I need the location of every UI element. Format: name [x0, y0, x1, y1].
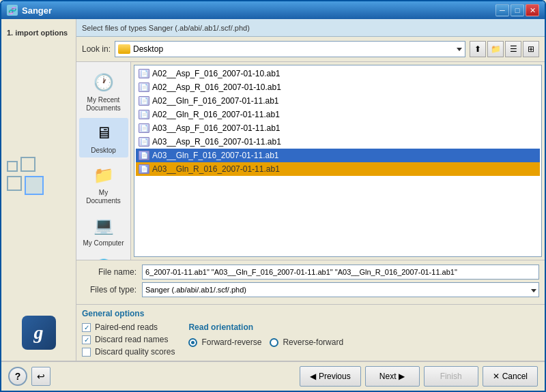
look-in-label: Look in: [82, 44, 111, 54]
nav-item-network[interactable]: 🌐 My Network Places [79, 253, 128, 260]
next-button[interactable]: Next ▶ [365, 366, 420, 387]
file-icon: 📄 [139, 82, 149, 92]
radio-group: Forward-reverse Reverse-forward [188, 337, 343, 347]
list-view-button[interactable]: ☰ [505, 41, 521, 57]
filetype-select-wrapper: Sanger (.ab/abi/.ab1/.scf/.phd) [142, 282, 539, 297]
my-documents-icon: 📁 [91, 163, 116, 187]
desktop-icon: 🖥 [91, 121, 116, 145]
discard-names-checkbox[interactable] [82, 335, 91, 344]
file-name: A03__Gln_R_016_2007-01-11.ab1 [152, 164, 280, 174]
reverse-forward-label: Reverse-forward [283, 337, 343, 347]
paired-end-label: Paired-end reads [95, 322, 158, 332]
filetype-row: Files of type: Sanger (.ab/abi/.ab1/.scf… [82, 282, 539, 297]
nav-desktop-label: Desktop [91, 147, 116, 155]
discard-quality-label: Discard quality scores [95, 347, 175, 357]
file-item[interactable]: 📄 A02__Asp_R_016_2007-01-10.ab1 [136, 80, 540, 94]
previous-button[interactable]: ◀ Previous [300, 366, 361, 387]
look-in-combo[interactable]: Desktop [115, 41, 465, 57]
filetype-label: Files of type: [82, 285, 136, 295]
file-name: A02__Gln_R_016_2007-01-11.ab1 [152, 110, 280, 119]
nav-item-desktop[interactable]: 🖥 Desktop [79, 118, 128, 157]
file-icon: 📄 [139, 151, 149, 160]
paired-end-checkbox-row[interactable]: Paired-end reads [82, 322, 175, 332]
look-in-value: Desktop [133, 44, 454, 54]
file-item[interactable]: 📄 A02__Gln_F_016_2007-01-11.ab1 [136, 94, 540, 108]
file-name: A03__Asp_R_016_2007-01-11.ab1 [152, 137, 281, 147]
options-left: Paired-end reads Discard read names Disc… [82, 322, 175, 357]
file-icon: 📄 [139, 137, 149, 147]
file-browser-area: 🕐 My Recent Documents 🖥 Desktop 📁 My Doc… [76, 62, 545, 260]
file-name: A02__Asp_R_016_2007-01-10.ab1 [152, 82, 281, 92]
look-in-dropdown-arrow [457, 48, 462, 51]
left-nav: 🕐 My Recent Documents 🖥 Desktop 📁 My Doc… [76, 62, 131, 260]
bottom-fields: File name: Files of type: Sanger (.ab/ab… [76, 260, 545, 304]
bottom-bar: ? ↩ ◀ Previous Next ▶ Finish ✕ Cancel [1, 361, 545, 391]
nav-recent-label: My Recent Documents [82, 96, 126, 112]
forward-reverse-radio-row[interactable]: Forward-reverse [188, 337, 261, 347]
nav-item-documents[interactable]: 📁 My Documents [79, 160, 128, 208]
file-icon: 📄 [139, 69, 149, 78]
file-name: A02__Gln_F_016_2007-01-11.ab1 [152, 96, 278, 106]
file-dialog-title: Select files of types Sanger (.ab/abi/.a… [82, 24, 250, 32]
main-window: 🧬 Sanger ─ □ ✕ 1. import options [0, 0, 546, 392]
window-close-button[interactable]: ✕ [526, 4, 539, 16]
finish-button[interactable]: Finish [424, 366, 478, 387]
file-dialog-header: Select files of types Sanger (.ab/abi/.a… [76, 19, 545, 37]
file-icon: 📄 [139, 110, 149, 119]
new-folder-button[interactable]: 📁 [487, 41, 504, 57]
file-list: 📄 A02__Asp_F_016_2007-01-10.ab1 📄 A02__A… [134, 65, 542, 257]
file-item[interactable]: 📄 A03__Gln_F_016_2007-01-11.ab1 [136, 149, 540, 162]
filename-input[interactable] [142, 265, 539, 280]
options-right: Read orientation Forward-reverse Reverse… [188, 322, 343, 357]
file-item[interactable]: 📄 A02__Gln_R_016_2007-01-11.ab1 [136, 108, 540, 121]
file-icon: 📄 [139, 164, 149, 174]
step-label: 1. import options [1, 25, 76, 41]
reverse-forward-radio-row[interactable]: Reverse-forward [270, 337, 343, 347]
forward-reverse-radio[interactable] [188, 338, 197, 347]
file-item[interactable]: 📄 A02__Asp_F_016_2007-01-10.ab1 [136, 67, 540, 80]
toolbar-icons: ⬆ 📁 ☰ ⊞ [470, 41, 539, 57]
general-options-title: General options [82, 309, 539, 318]
cancel-button[interactable]: ✕ Cancel [483, 366, 538, 387]
file-item[interactable]: 📄 A03__Asp_R_016_2007-01-11.ab1 [136, 135, 540, 149]
nav-item-recent[interactable]: 🕐 My Recent Documents [79, 67, 128, 115]
title-bar-controls: ─ □ ✕ [495, 4, 539, 16]
bottom-right-buttons: ◀ Previous Next ▶ Finish ✕ Cancel [300, 366, 538, 387]
previous-label: Previous [319, 372, 351, 381]
desktop-folder-icon [118, 44, 130, 54]
discard-quality-checkbox[interactable] [82, 348, 91, 357]
filename-row: File name: [82, 265, 539, 280]
filetype-select[interactable]: Sanger (.ab/abi/.ab1/.scf/.phd) [142, 282, 539, 297]
help-button[interactable]: ? [8, 367, 27, 386]
window-title: Sanger [22, 5, 52, 16]
logo-area: g [1, 310, 76, 355]
file-item[interactable]: 📄 A03__Gln_R_016_2007-01-11.ab1 [136, 162, 540, 176]
rotate-button[interactable]: ↩ [31, 367, 51, 386]
detail-view-button[interactable]: ⊞ [523, 41, 539, 57]
cancel-x-icon: ✕ [493, 372, 500, 381]
file-name: A03__Gln_F_016_2007-01-11.ab1 [152, 151, 278, 160]
discard-quality-checkbox-row[interactable]: Discard quality scores [82, 347, 175, 357]
app-logo: g [22, 316, 56, 350]
nav-item-computer[interactable]: 💻 My Computer [79, 211, 128, 250]
recent-documents-icon: 🕐 [91, 70, 116, 95]
next-label: Next [379, 372, 397, 381]
bottom-left-buttons: ? ↩ [8, 367, 51, 386]
title-bar: 🧬 Sanger ─ □ ✕ [1, 1, 545, 19]
paired-end-checkbox[interactable] [82, 323, 91, 332]
cancel-label: Cancel [502, 372, 528, 381]
options-section: General options Paired-end reads Discard… [76, 304, 545, 361]
discard-names-checkbox-row[interactable]: Discard read names [82, 335, 175, 344]
file-name: A02__Asp_F_016_2007-01-10.ab1 [152, 69, 281, 78]
minimize-button[interactable]: ─ [495, 4, 509, 16]
right-panel: Select files of types Sanger (.ab/abi/.a… [76, 19, 545, 361]
reverse-forward-radio[interactable] [270, 338, 278, 347]
go-up-button[interactable]: ⬆ [470, 41, 486, 57]
main-content: 1. import options g [1, 19, 545, 361]
title-bar-left: 🧬 Sanger [7, 5, 52, 16]
next-arrow-icon: ▶ [399, 372, 405, 381]
read-orientation-title: Read orientation [188, 322, 343, 332]
maximize-button[interactable]: □ [511, 4, 524, 16]
file-item[interactable]: 📄 A03__Asp_F_016_2007-01-11.ab1 [136, 121, 540, 135]
discard-names-label: Discard read names [95, 335, 168, 344]
